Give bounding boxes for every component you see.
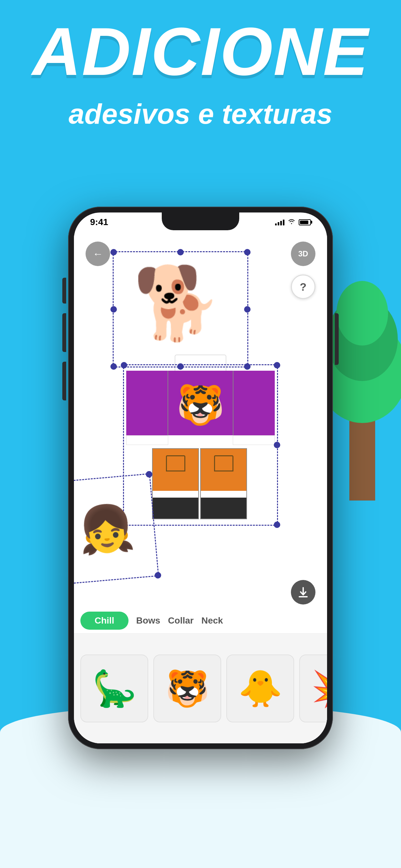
- notch: [162, 213, 239, 230]
- download-button[interactable]: [291, 580, 315, 604]
- sticker-item-1[interactable]: 🐯: [153, 655, 221, 722]
- shiba-sticker[interactable]: 🐕: [119, 242, 235, 364]
- bottom-section: Chill Bows Collar Neck 🦕: [74, 608, 327, 743]
- sticker-item-0[interactable]: 🦕: [81, 655, 148, 722]
- subtitle: adesivos e texturas: [19, 97, 382, 131]
- shirt-handle-tr[interactable]: [274, 362, 280, 368]
- tab-bows[interactable]: Bows: [136, 616, 160, 626]
- shirt-handle-br[interactable]: [274, 522, 280, 528]
- handle-tl[interactable]: [111, 249, 117, 255]
- main-title: ADICIONE: [19, 20, 382, 84]
- handle-mr[interactable]: [244, 306, 251, 313]
- btn-3d[interactable]: 3D: [291, 242, 315, 266]
- back-arrow-icon: ←: [93, 248, 103, 260]
- btn-help-label: ?: [300, 281, 307, 293]
- tab-chill[interactable]: Chill: [81, 612, 128, 630]
- signal-icon: [275, 219, 284, 225]
- download-icon: [297, 586, 309, 598]
- shirt-handle-mr[interactable]: [274, 442, 280, 448]
- tab-collar[interactable]: Collar: [168, 616, 193, 626]
- anime-sticker[interactable]: 👧: [74, 474, 158, 584]
- phone-wrapper: 9:41: [68, 207, 333, 749]
- wifi-icon: [288, 219, 296, 226]
- anime-sticker-area: 👧: [74, 473, 159, 585]
- back-button[interactable]: ←: [86, 242, 110, 266]
- tab-neck[interactable]: Neck: [202, 616, 223, 626]
- handle-bm[interactable]: [177, 363, 184, 370]
- btn-3d-label: 3D: [298, 249, 308, 258]
- header-section: ADICIONE adesivos e texturas: [0, 20, 401, 131]
- svg-point-3: [336, 281, 388, 345]
- handle-tr[interactable]: [244, 249, 251, 255]
- sticker-grid: 🦕 🐯 🐥 💥 🌟: [74, 633, 327, 743]
- battery-icon: [299, 219, 311, 225]
- phone-frame: 9:41: [68, 207, 333, 749]
- sticker-item-3[interactable]: 💥: [299, 655, 327, 722]
- handle-br[interactable]: [244, 363, 251, 370]
- handle-bl[interactable]: [111, 363, 117, 370]
- btn-help[interactable]: ?: [291, 275, 315, 299]
- category-tabs: Chill Bows Collar Neck: [74, 608, 327, 633]
- phone-screen: 9:41: [74, 213, 327, 743]
- status-time: 9:41: [90, 217, 108, 227]
- status-icons: [275, 219, 311, 226]
- anime-handle-br[interactable]: [154, 572, 161, 579]
- sticker-item-2[interactable]: 🐥: [226, 655, 294, 722]
- handle-ml[interactable]: [111, 306, 117, 313]
